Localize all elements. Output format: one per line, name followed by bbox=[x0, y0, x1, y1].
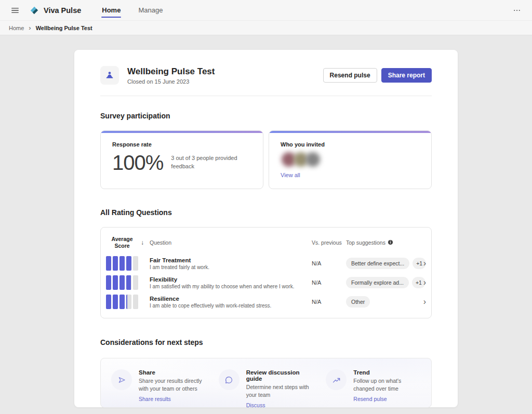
question-title: Fair Treatment bbox=[150, 257, 312, 263]
response-rate-caption: 3 out of 3 people provided feedback bbox=[171, 154, 251, 171]
question-row-fair-treatment[interactable]: Fair Treatment I am treated fairly at wo… bbox=[106, 254, 426, 273]
report-header: Wellbeing Pulse Test Closed on 15 June 2… bbox=[100, 66, 432, 85]
sort-descending-icon[interactable] bbox=[141, 239, 144, 246]
viva-pulse-logo-icon bbox=[29, 5, 39, 16]
response-rate-value: 100% bbox=[112, 151, 163, 174]
share-report-button[interactable]: Share report bbox=[381, 68, 432, 83]
breadcrumb-home[interactable]: Home bbox=[9, 25, 24, 31]
vs-previous-value: N/A bbox=[312, 260, 346, 266]
column-average-score: Average Score bbox=[106, 236, 138, 249]
send-icon bbox=[111, 369, 132, 390]
nav-tabs: Home Manage bbox=[101, 0, 164, 20]
column-top-suggestions: Top suggestions bbox=[346, 239, 414, 246]
next-steps-heading: Considerations for next steps bbox=[100, 338, 432, 346]
questions-heading: All Rating Questions bbox=[100, 208, 432, 217]
question-row-resilience[interactable]: Resilience I am able to cope effectively… bbox=[106, 292, 426, 312]
next-step-title: Review discussion guide bbox=[246, 369, 314, 382]
resend-pulse-button[interactable]: Resend pulse bbox=[323, 68, 377, 83]
top-suggestions-label: Top suggestions bbox=[346, 239, 385, 246]
next-step-description: Share your results directly with your te… bbox=[139, 377, 206, 392]
share-results-link[interactable]: Share results bbox=[139, 396, 171, 402]
wellbeing-avatar bbox=[100, 66, 119, 85]
divider bbox=[100, 96, 432, 96]
response-rate-label: Response rate bbox=[112, 141, 251, 148]
suggestion-pill[interactable]: Formally explore ad... bbox=[346, 277, 409, 288]
questions-table: Average Score Question Vs. previous Top … bbox=[100, 227, 432, 318]
top-nav: Viva Pulse Home Manage bbox=[0, 0, 532, 21]
breadcrumb-current: Wellbeing Pulse Test bbox=[36, 25, 92, 31]
response-rate-card: Response rate 100% 3 out of 3 people pro… bbox=[100, 130, 263, 189]
breadcrumb: Home Wellbeing Pulse Test bbox=[0, 21, 532, 35]
question-subtitle: I am able to cope effectively with work-… bbox=[150, 303, 312, 309]
next-steps-card: Share Share your results directly with y… bbox=[100, 358, 432, 408]
vs-previous-value: N/A bbox=[312, 279, 346, 286]
column-vs-previous: Vs. previous bbox=[312, 239, 346, 246]
view-all-link[interactable]: View all bbox=[281, 172, 300, 178]
question-title: Flexibility bbox=[150, 276, 312, 283]
app-name: Viva Pulse bbox=[44, 6, 81, 15]
next-step-title: Share bbox=[139, 369, 206, 376]
column-question: Question bbox=[147, 239, 312, 246]
next-step-discuss: Review discussion guide Determine next s… bbox=[212, 369, 320, 407]
resend-pulse-link[interactable]: Resend pulse bbox=[353, 396, 387, 402]
report-card: Wellbeing Pulse Test Closed on 15 June 2… bbox=[74, 50, 458, 407]
participation-heading: Survey participation bbox=[100, 112, 432, 120]
discuss-link[interactable]: Discuss bbox=[246, 402, 265, 408]
page-title: Wellbeing Pulse Test bbox=[127, 66, 215, 77]
tab-manage[interactable]: Manage bbox=[137, 0, 164, 20]
question-row-flexibility[interactable]: Flexibility I am satisfied with my abili… bbox=[106, 273, 426, 292]
next-step-trend: Trend Follow up on what's changed over t… bbox=[320, 369, 427, 407]
app-brand[interactable]: Viva Pulse bbox=[29, 5, 81, 16]
chevron-right-icon[interactable] bbox=[423, 259, 426, 268]
score-bars bbox=[106, 275, 138, 290]
vs-previous-value: N/A bbox=[312, 299, 346, 305]
invited-card: Who you invited View all bbox=[269, 130, 432, 189]
closed-date: Closed on 15 June 2023 bbox=[127, 78, 215, 85]
chevron-right-icon bbox=[29, 24, 31, 31]
table-header: Average Score Question Vs. previous Top … bbox=[106, 233, 426, 254]
suggestion-pill[interactable]: Better define expect... bbox=[346, 258, 409, 269]
score-bars bbox=[106, 295, 138, 309]
invited-avatars bbox=[281, 152, 420, 167]
next-step-description: Follow up on what's changed over time bbox=[353, 377, 421, 392]
question-title: Resilience bbox=[150, 296, 312, 302]
chat-icon bbox=[219, 369, 240, 390]
score-bars bbox=[106, 256, 138, 271]
question-subtitle: I am treated fairly at work. bbox=[150, 264, 312, 270]
chevron-right-icon[interactable] bbox=[423, 278, 426, 287]
next-step-description: Determine next steps with your team bbox=[246, 383, 314, 398]
next-step-title: Trend bbox=[353, 369, 421, 376]
invited-label: Who you invited bbox=[281, 141, 420, 148]
suggestion-pill[interactable]: Other bbox=[346, 296, 370, 308]
chevron-right-icon[interactable] bbox=[423, 298, 426, 306]
meditating-person-icon bbox=[104, 70, 115, 81]
trend-icon bbox=[326, 369, 347, 390]
tab-home[interactable]: Home bbox=[101, 0, 122, 20]
question-subtitle: I am satisfied with my ability to choose… bbox=[150, 284, 312, 289]
more-icon[interactable] bbox=[509, 3, 525, 18]
next-step-share: Share Share your results directly with y… bbox=[105, 369, 212, 407]
page-body: Wellbeing Pulse Test Closed on 15 June 2… bbox=[0, 35, 532, 413]
hamburger-icon[interactable] bbox=[7, 3, 23, 18]
info-icon[interactable] bbox=[388, 239, 393, 245]
